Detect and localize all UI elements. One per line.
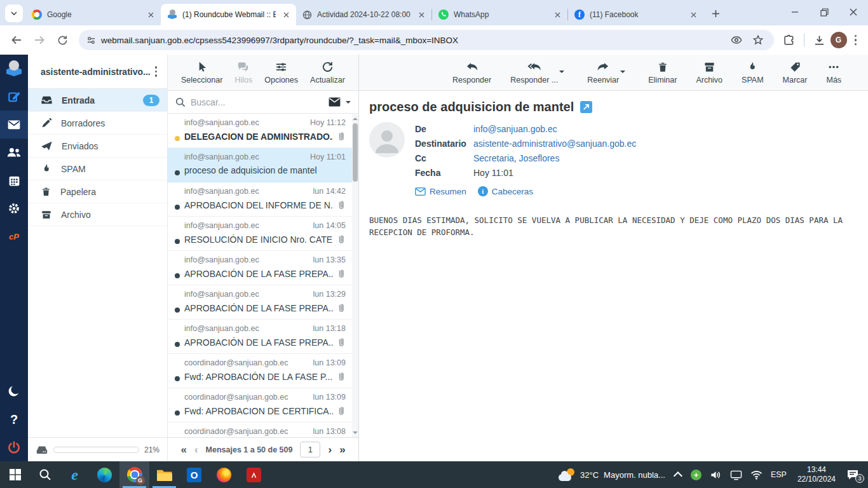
cpanel-icon[interactable]: cP <box>0 222 28 250</box>
archive-button[interactable]: Archivo <box>695 61 724 85</box>
eye-icon[interactable] <box>728 34 745 46</box>
folder-papelera[interactable]: Papelera <box>28 180 167 203</box>
cc-link-1[interactable]: Secretaria <box>473 153 514 163</box>
threads-button[interactable]: Hilos <box>233 61 254 85</box>
list-item[interactable]: info@sanjuan.gob.eclun 14:42 APROBACION … <box>168 182 358 217</box>
delete-button[interactable]: Eliminar <box>647 61 678 85</box>
open-in-new-window-icon[interactable] <box>580 101 592 113</box>
rail-settings-button[interactable] <box>0 194 28 222</box>
internet-explorer-icon[interactable]: e <box>60 461 90 488</box>
file-explorer-icon[interactable] <box>149 461 179 488</box>
antivirus-tray-icon[interactable]: + <box>691 470 702 480</box>
list-scrollbar[interactable] <box>352 114 358 437</box>
unread-dot-icon[interactable] <box>175 205 180 210</box>
profile-avatar[interactable]: G <box>831 32 847 48</box>
acrobat-icon[interactable] <box>239 461 269 488</box>
list-item[interactable]: coordinador@sanjuan.gob.eclun 13:09 Fwd:… <box>168 354 358 388</box>
from-address-link[interactable]: info@sanjuan.gob.ec <box>473 124 557 134</box>
tab-whatsapp[interactable]: WhatsApp <box>432 4 567 25</box>
to-address-link[interactable]: asistente-administrativo@sanjuan.gob.ec <box>473 139 636 149</box>
list-item[interactable]: info@sanjuan.gob.eclun 13:18 APROBACIÓN … <box>168 320 358 354</box>
scroll-up-icon[interactable] <box>353 116 358 121</box>
taskbar-clock[interactable]: 13:44 22/10/2024 <box>795 465 838 484</box>
folder-entrada[interactable]: Entrada 1 <box>28 89 167 112</box>
forward-button[interactable] <box>29 30 50 50</box>
tab-search-button[interactable] <box>5 4 23 22</box>
first-page-button[interactable] <box>180 444 186 455</box>
tab-facebook[interactable]: f (11) Facebook <box>568 4 703 25</box>
notification-center-icon[interactable]: 3 <box>846 469 863 480</box>
bookmark-star-icon[interactable] <box>750 34 766 46</box>
spam-button[interactable]: SPAM <box>740 61 765 85</box>
cast-screen-icon[interactable] <box>730 470 742 480</box>
keyboard-language[interactable]: ESP <box>771 470 787 479</box>
reply-button[interactable]: Responder <box>451 61 492 85</box>
refresh-list-button[interactable]: Actualizar <box>309 61 346 85</box>
outlook-icon[interactable]: O <box>179 461 209 488</box>
dropdown-caret-icon[interactable] <box>559 71 564 76</box>
cc-link-2[interactable]: Joseflores <box>519 153 560 163</box>
unread-dot-icon[interactable] <box>175 410 180 416</box>
unread-dot-icon[interactable] <box>175 273 180 278</box>
unread-dot-icon[interactable] <box>175 170 180 175</box>
list-item[interactable]: coordinador@sanjuan.gob.eclun 13:09 Fwd:… <box>168 388 358 423</box>
window-close-button[interactable] <box>839 0 868 24</box>
tab-google[interactable]: Google <box>25 4 161 25</box>
tab-roundcube[interactable]: (1) Roundcube Webmail :: En <box>161 4 296 25</box>
new-tab-button[interactable] <box>707 5 724 22</box>
firefox-icon[interactable] <box>209 461 239 488</box>
taskbar-search-icon[interactable] <box>30 461 60 488</box>
reply-all-button[interactable]: Responder ... <box>509 61 559 85</box>
flag-dot-icon[interactable] <box>175 136 180 141</box>
browser-menu-icon[interactable] <box>850 35 862 46</box>
list-item[interactable]: info@sanjuan.gob.eclun 13:29 APROBACIÓN … <box>168 285 358 320</box>
folder-borradores[interactable]: Borradores <box>28 112 167 135</box>
list-item[interactable]: info@sanjuan.gob.eclun 14:05 RESOLUCIÓN … <box>168 217 358 251</box>
more-button[interactable]: Más <box>825 61 843 85</box>
unread-dot-icon[interactable] <box>175 376 180 381</box>
list-item[interactable]: coordinador@sanjuan.gob.eclun 13:08 <box>168 423 358 437</box>
search-scope-mail-icon[interactable] <box>329 97 341 107</box>
close-icon[interactable] <box>552 10 562 20</box>
mark-button[interactable]: Marcar <box>782 61 809 85</box>
refresh-button[interactable] <box>52 30 72 50</box>
folder-archivo[interactable]: Archivo <box>28 203 167 226</box>
window-minimize-button[interactable] <box>780 0 810 24</box>
downloads-icon[interactable] <box>811 34 828 46</box>
weather-widget[interactable]: 32°C Mayorm. nubla... <box>556 468 668 481</box>
scrollbar-thumb[interactable] <box>353 123 358 182</box>
list-item[interactable]: info@sanjuan.gob.eclun 13:35 APROBACIÓN … <box>168 251 358 285</box>
unread-dot-icon[interactable] <box>175 239 180 244</box>
rail-mail-button[interactable] <box>0 111 28 139</box>
list-item[interactable]: info@sanjuan.gob.ecHoy 11:12 DELEGACION … <box>168 114 358 148</box>
unread-dot-icon[interactable] <box>175 342 180 347</box>
options-button[interactable]: Opciones <box>263 61 299 85</box>
chevron-down-icon[interactable] <box>346 101 351 106</box>
prev-page-button[interactable] <box>194 444 198 455</box>
back-button[interactable] <box>6 30 27 50</box>
search-input[interactable] <box>191 97 323 107</box>
chrome-taskbar-icon[interactable]: G <box>119 461 149 488</box>
dark-mode-moon-icon[interactable] <box>0 377 28 405</box>
rail-calendar-button[interactable] <box>0 166 28 194</box>
help-button[interactable]: ? <box>0 405 28 433</box>
compose-button[interactable] <box>0 83 28 111</box>
edge-icon[interactable] <box>90 461 119 488</box>
unread-dot-icon[interactable] <box>175 308 180 313</box>
tab-actividad[interactable]: Actividad 2024-10-22 08:00 <box>296 4 431 25</box>
summary-toggle[interactable]: Resumen <box>415 187 466 196</box>
page-number-input[interactable] <box>300 442 320 458</box>
folder-menu-icon[interactable] <box>150 66 163 77</box>
close-icon[interactable] <box>146 10 156 20</box>
rail-contacts-button[interactable] <box>0 139 28 166</box>
volume-icon[interactable] <box>710 470 722 480</box>
select-button[interactable]: Seleccionar <box>180 61 224 85</box>
folder-spam[interactable]: SPAM <box>28 158 167 180</box>
dropdown-caret-icon[interactable] <box>620 71 625 76</box>
site-info-icon[interactable] <box>86 36 96 45</box>
forward-button[interactable]: Reenviar <box>586 61 620 85</box>
logout-power-button[interactable] <box>0 433 28 461</box>
scroll-down-icon[interactable] <box>353 430 358 435</box>
url-omnibox[interactable]: webmail.sanjuan.gob.ec/cpsess5423996997/… <box>79 30 774 50</box>
last-page-button[interactable] <box>339 444 345 455</box>
